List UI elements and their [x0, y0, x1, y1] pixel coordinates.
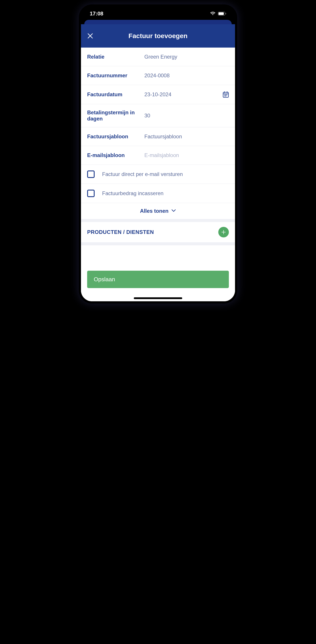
- page-title: Factuur toevoegen: [86, 32, 230, 40]
- send-email-checkbox-label: Factuur direct per e-mail versturen: [102, 171, 183, 177]
- send-email-checkbox-row[interactable]: Factuur direct per e-mail versturen: [81, 165, 235, 184]
- relation-row[interactable]: Relatie Green Energy: [81, 48, 235, 66]
- invoice-number-row[interactable]: Factuurnummer 2024-0008: [81, 66, 235, 85]
- collect-amount-checkbox[interactable]: [87, 190, 95, 197]
- invoice-template-value: Factuursjabloon: [144, 134, 229, 140]
- form-content: Relatie Green Energy Factuurnummer 2024-…: [81, 48, 235, 301]
- invoice-number-value: 2024-0008: [144, 72, 229, 79]
- relation-value: Green Energy: [144, 54, 229, 60]
- status-bar: 17:08: [81, 6, 235, 20]
- products-section-title: PRODUCTEN / DIENSTEN: [87, 229, 154, 235]
- products-section-header: PRODUCTEN / DIENSTEN: [81, 222, 235, 242]
- battery-icon: [218, 12, 226, 16]
- close-button[interactable]: [87, 33, 93, 39]
- status-time: 17:08: [90, 10, 103, 17]
- phone-frame: 17:08: [79, 4, 237, 304]
- show-all-label: Alles tonen: [140, 208, 168, 214]
- calendar-icon[interactable]: [223, 91, 229, 98]
- status-right: [210, 12, 226, 16]
- email-template-label: E-mailsjabloon: [87, 152, 140, 158]
- phone-screen: 17:08: [81, 6, 235, 301]
- send-email-checkbox[interactable]: [87, 170, 95, 178]
- collect-amount-checkbox-row[interactable]: Factuurbedrag incasseren: [81, 184, 235, 203]
- relation-label: Relatie: [87, 54, 140, 60]
- close-icon: [87, 33, 93, 39]
- email-template-row[interactable]: E-mailsjabloon E-mailsjabloon: [81, 146, 235, 165]
- save-button[interactable]: Opslaan: [87, 271, 229, 288]
- home-indicator-area: [81, 295, 235, 301]
- add-product-button[interactable]: [218, 227, 229, 238]
- collect-amount-checkbox-label: Factuurbedrag incasseren: [102, 190, 164, 196]
- footer: Opslaan: [81, 266, 235, 295]
- invoice-date-row[interactable]: Factuurdatum 23-10-2024: [81, 85, 235, 104]
- blank-space: [81, 245, 235, 266]
- payment-term-value: 30: [144, 112, 229, 119]
- invoice-template-row[interactable]: Factuursjabloon Factuursjabloon: [81, 127, 235, 146]
- chevron-down-icon: [171, 209, 176, 213]
- email-template-placeholder: E-mailsjabloon: [144, 152, 229, 158]
- svg-rect-1: [219, 12, 224, 15]
- wifi-icon: [210, 12, 216, 16]
- payment-term-label: Betalingstermijn in dagen: [87, 110, 140, 122]
- svg-rect-2: [226, 13, 226, 14]
- invoice-date-value: 23-10-2024: [144, 92, 218, 98]
- app-header: Factuur toevoegen: [81, 24, 235, 48]
- home-indicator[interactable]: [134, 297, 182, 299]
- show-all-toggle[interactable]: Alles tonen: [81, 203, 235, 219]
- invoice-date-label: Factuurdatum: [87, 92, 140, 98]
- invoice-template-label: Factuursjabloon: [87, 134, 140, 140]
- sheet-behind-peek: [84, 20, 232, 24]
- plus-icon: [221, 229, 226, 235]
- section-spacer-2: [81, 242, 235, 245]
- section-spacer: [81, 219, 235, 222]
- payment-term-row[interactable]: Betalingstermijn in dagen 30: [81, 104, 235, 127]
- invoice-number-label: Factuurnummer: [87, 72, 140, 79]
